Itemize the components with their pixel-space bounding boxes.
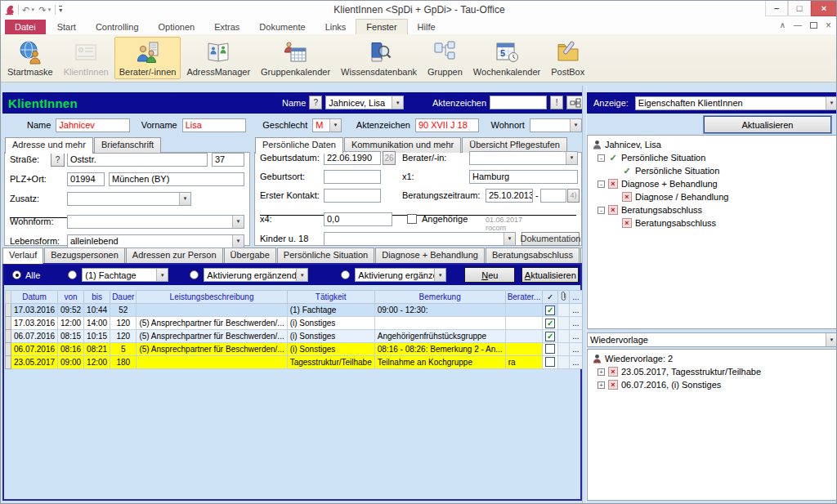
ribbon-button-postbox[interactable]: PostBox [546,37,589,79]
zeitraum-von-input[interactable]: 25.10.2013 [486,189,533,203]
ribbon-button-wochenkalender[interactable]: 5Wochenkalender [468,37,545,79]
row-selector[interactable] [6,304,11,317]
cell-dauer[interactable]: 120 [110,330,137,343]
column-header-berater-[interactable]: Berater... [505,291,543,304]
angehoerige-checkbox[interactable] [407,214,417,224]
name-input[interactable]: Jahnicev [56,118,129,132]
name-help-button[interactable]: ? [309,96,322,109]
column-header-datum[interactable]: Datum [11,291,58,304]
zeitraum-button[interactable]: 4) [567,189,580,203]
neu-button[interactable]: Neu [464,267,515,283]
collapse-ribbon-icon[interactable]: ∧ [780,21,786,29]
ribbon-tab-datei[interactable]: Datei [5,20,46,34]
row-selector[interactable] [6,330,11,343]
cell-bis[interactable]: 10:15 [84,330,110,343]
tree-label[interactable]: Diagnose / Behandlung [635,192,728,202]
row-details-button[interactable]: ... [570,343,582,356]
cell-von[interactable]: 09:52 [58,304,84,317]
filter-combo-hilfen-2[interactable]: Aktivierung ergänzender Hilfen▼ [355,268,446,282]
ribbon-button-wissensdatenbank[interactable]: Wissensdatenbank [336,37,422,79]
ort-input[interactable]: München (BY) [109,172,244,186]
ribbon-button-berater-innen[interactable]: Berater/-innen [114,37,181,79]
anzeige-combo[interactable]: Eigenschaften KlientInnen▼ [635,96,837,110]
filter-radio-alle[interactable] [12,270,21,279]
minimize-button[interactable]: – [765,1,788,16]
cell-leistung[interactable]: (5) Ansprechpartner für Beschwerden/... [137,317,287,330]
cell-taetigkeit[interactable]: (i) Sonstiges [287,330,374,343]
app-logo-icon[interactable] [4,4,15,16]
row-selector-header[interactable] [6,291,11,304]
cell-bemerkung[interactable]: Teilnahme an Kochgruppe [374,356,505,369]
cell-datum[interactable]: 17.03.2016 [11,304,58,317]
cell-bemerkung[interactable] [374,317,505,330]
cell-datum[interactable]: 06.07.2016 [11,343,58,356]
filter-combo-fachtage[interactable]: (1) Fachtage▼ [82,268,168,282]
strasse-help-button[interactable]: ? [51,153,65,167]
ribbon-tab-controlling[interactable]: Controlling [86,20,149,34]
mdi-minimize-icon[interactable]: — [794,21,802,29]
tab-adressen-zur-person[interactable]: Adressen zur Person [126,248,223,263]
tree-label[interactable]: 23.05.2017, Tagesstruktur/Teilhabe [621,367,761,377]
cell-taetigkeit[interactable]: (1) Fachtage [287,304,374,317]
collapse-icon[interactable]: - [598,154,605,162]
cell-von[interactable]: 12:00 [58,317,84,330]
cell-bemerkung[interactable]: 09:00 - 12:30: [374,304,505,317]
cell-datum[interactable]: 23.05.2017 [11,356,58,369]
zeitraum-bis-input[interactable] [540,189,566,203]
tab-verlauf[interactable]: Verlauf [2,248,43,264]
cell-berater[interactable] [505,304,543,317]
erster-kontakt-input[interactable] [324,189,381,203]
column-header-von[interactable]: von [58,291,84,304]
cell-bemerkung[interactable]: 08:16 - 08:26: Bemerkung 2 - An... [374,343,505,356]
ribbon-tab-dokumente[interactable]: Dokumente [249,20,315,34]
filter-radio-fachtage[interactable] [68,270,77,279]
row-selector[interactable] [6,356,11,369]
cell-leistung[interactable] [137,356,287,369]
cell-datum[interactable]: 17.03.2016 [11,317,58,330]
tab-adresse-und-mehr[interactable]: Adresse und mehr [5,137,93,154]
wiedervorlage-combo[interactable]: Wiedervorlage▼ [587,332,837,347]
row-selector[interactable] [6,317,11,330]
row-selector[interactable] [6,343,11,356]
tab-persönliche-situation[interactable]: Persönliche Situation [277,248,374,263]
geschlecht-combo[interactable]: M▼ [312,118,342,132]
table-row[interactable]: 17.03.201609:5210:4452(1) Fachtage09:00 … [6,304,583,317]
table-row[interactable]: 06.07.201608:1608:215(5) Ansprechpartner… [6,343,583,356]
aktualisieren-button[interactable]: Aktualisieren [521,267,579,283]
cell-bis[interactable]: 10:44 [84,304,110,317]
checkbox-unchecked[interactable] [545,357,555,367]
cell-dauer[interactable]: 5 [110,343,137,356]
tree-label[interactable]: 06.07.2016, (i) Sonstiges [621,380,721,390]
table-row[interactable]: 17.03.201612:0014:00120(5) Ansprechpartn… [6,317,583,330]
cell-berater[interactable] [505,343,543,356]
table-row[interactable]: 06.07.201608:1510:15120(5) Ansprechpartn… [6,330,583,343]
cell-von[interactable]: 08:16 [58,343,84,356]
x4-input[interactable]: 0,0 [324,212,392,226]
cell-bis[interactable]: 12:00 [84,356,110,369]
cell-taetigkeit[interactable]: Tagesstruktur/Teilhabe [287,356,374,369]
cell-bemerkung[interactable]: Angehörigenfrühstücksgruppe [374,330,505,343]
undo-button[interactable]: ↶▼ [22,5,35,16]
row-details-button[interactable]: ... [570,356,582,369]
column-header-bemerkung[interactable]: Bemerkung [374,291,505,304]
client-select-combo[interactable]: Jahnicev, Lisa▼ [325,96,404,109]
mdi-close-icon[interactable]: × [826,21,831,29]
collapse-icon[interactable]: - [598,181,605,188]
cell-dauer[interactable]: 52 [110,304,137,317]
column-header--[interactable]: ... [570,291,582,304]
check-icon[interactable]: ✓ [543,291,558,304]
customize-qat-button[interactable]: ▾ [59,6,62,14]
ribbon-button-adressmanager[interactable]: AdressManager [181,37,255,79]
ribbon-button-gruppen[interactable]: Gruppen [423,37,468,79]
checkbox-checked[interactable]: ✓ [545,306,555,315]
ribbon-button-gruppenkalender[interactable]: Gruppenkalender [256,37,335,79]
row-details-button[interactable]: ... [570,330,582,343]
row-details-button[interactable]: ... [570,304,582,317]
ribbon-tab-extras[interactable]: Extras [204,20,249,34]
ribbon-tab-links[interactable]: Links [316,20,356,34]
redo-button[interactable]: ↷▼ [38,5,51,16]
collapse-icon[interactable]: - [598,207,605,214]
cell-berater[interactable] [505,330,543,343]
tree-label[interactable]: Persönliche Situation [635,166,719,176]
strasse-input[interactable]: Oststr. [67,153,208,167]
